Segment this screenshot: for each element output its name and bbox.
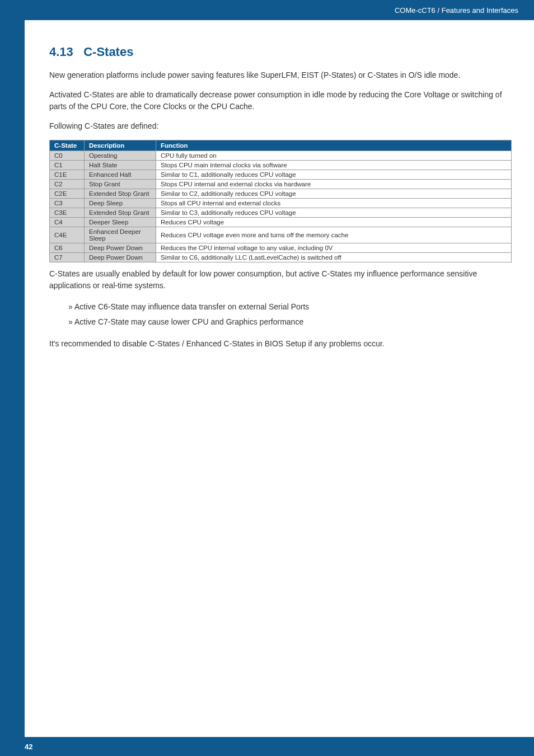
table-row: C6Deep Power DownReduces the CPU interna… (50, 243, 512, 253)
cell-function: Similar to C2, additionally reduces CPU … (156, 189, 512, 199)
table-row: C1Halt StateStops CPU main internal cloc… (50, 161, 512, 170)
cell-description: Deeper Sleep (85, 218, 156, 227)
cell-function: Reduces CPU voltage (156, 218, 512, 227)
cell-description: Extended Stop Grant (85, 189, 156, 199)
cell-cstate: C0 (50, 151, 85, 161)
table-header-cstate: C-State (50, 140, 85, 151)
table-row: C3EExtended Stop GrantSimilar to C3, add… (50, 208, 512, 218)
list-item: Active C7-State may cause lower CPU and … (68, 314, 512, 330)
table-row: C4EEnhanced Deeper SleepReduces CPU volt… (50, 227, 512, 243)
cell-description: Halt State (85, 161, 156, 170)
cell-function: Reduces CPU voltage even more and turns … (156, 227, 512, 243)
bullet-list: Active C6-State may influence data trans… (68, 299, 512, 329)
cstates-table: C-State Description Function C0Operating… (49, 140, 512, 262)
cell-cstate: C4 (50, 218, 85, 227)
page-content: 4.13 C-States New generation platforms i… (25, 20, 534, 358)
section-title-text: C-States (83, 45, 133, 59)
cell-function: CPU fully turned on (156, 151, 512, 161)
cell-cstate: C3 (50, 199, 85, 208)
cell-cstate: C4E (50, 227, 85, 243)
cell-description: Stop Grant (85, 180, 156, 189)
cell-function: Similar to C6, additionally LLC (LastLev… (156, 253, 512, 262)
cell-description: Operating (85, 151, 156, 161)
cell-function: Similar to C1, additionally reduces CPU … (156, 170, 512, 180)
cell-cstate: C1E (50, 170, 85, 180)
table-row: C1EEnhanced HaltSimilar to C1, additiona… (50, 170, 512, 180)
left-rail (0, 0, 25, 756)
table-header-description: Description (85, 140, 156, 151)
cell-cstate: C1 (50, 161, 85, 170)
cell-function: Stops CPU main internal clocks via softw… (156, 161, 512, 170)
cell-function: Stops all CPU internal and external cloc… (156, 199, 512, 208)
cell-function: Reduces the CPU internal voltage to any … (156, 243, 512, 253)
cell-description: Deep Sleep (85, 199, 156, 208)
breadcrumb: COMe-cCT6 / Features and Interfaces (395, 6, 518, 15)
paragraph: New generation platforms include power s… (49, 69, 512, 81)
cell-cstate: C3E (50, 208, 85, 218)
paragraph: It's recommended to disable C-States / E… (49, 338, 512, 350)
table-row: C4Deeper SleepReduces CPU voltage (50, 218, 512, 227)
list-item: Active C6-State may influence data trans… (68, 299, 512, 314)
cell-cstate: C2 (50, 180, 85, 189)
cell-description: Enhanced Halt (85, 170, 156, 180)
section-number: 4.13 (49, 45, 73, 59)
cell-function: Stops CPU internal and external clocks v… (156, 180, 512, 189)
cell-description: Extended Stop Grant (85, 208, 156, 218)
paragraph: Following C-States are defined: (49, 120, 512, 132)
cell-cstate: C2E (50, 189, 85, 199)
cell-cstate: C7 (50, 253, 85, 262)
top-bar: COMe-cCT6 / Features and Interfaces (0, 0, 534, 20)
table-header-row: C-State Description Function (50, 140, 512, 151)
footer-bar: 42 (0, 737, 534, 756)
section-heading: 4.13 C-States (49, 45, 512, 59)
page-number: 42 (25, 743, 32, 751)
cell-description: Enhanced Deeper Sleep (85, 227, 156, 243)
table-row: C2Stop GrantStops CPU internal and exter… (50, 180, 512, 189)
cell-description: Deep Power Down (85, 253, 156, 262)
cell-cstate: C6 (50, 243, 85, 253)
table-row: C7Deep Power DownSimilar to C6, addition… (50, 253, 512, 262)
paragraph: Activated C-States are able to dramatica… (49, 89, 512, 112)
paragraph: C-States are usually enabled by default … (49, 268, 512, 292)
table-row: C0OperatingCPU fully turned on (50, 151, 512, 161)
table-row: C3Deep SleepStops all CPU internal and e… (50, 199, 512, 208)
cell-function: Similar to C3, additionally reduces CPU … (156, 208, 512, 218)
cell-description: Deep Power Down (85, 243, 156, 253)
table-row: C2EExtended Stop GrantSimilar to C2, add… (50, 189, 512, 199)
table-header-function: Function (156, 140, 512, 151)
